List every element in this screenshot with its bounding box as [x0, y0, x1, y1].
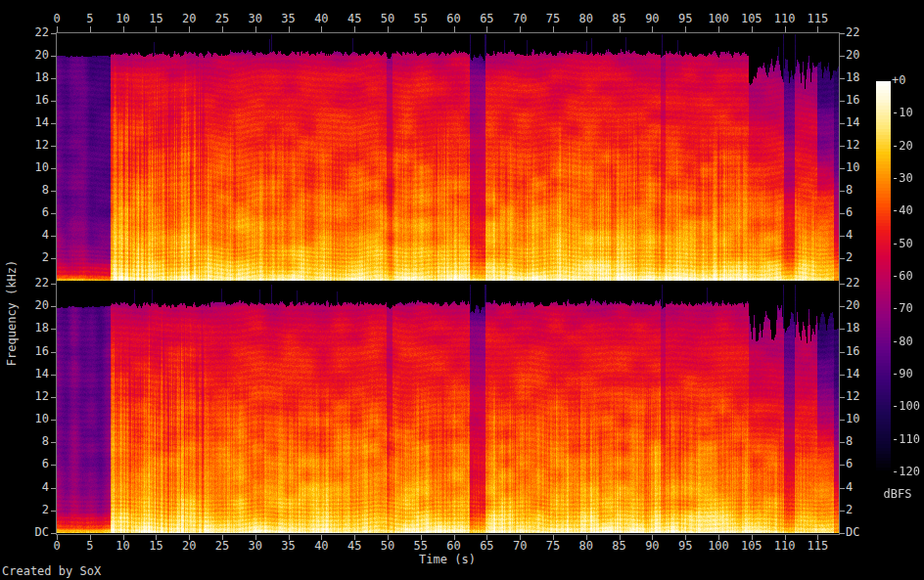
freq-tick-mark-right — [840, 33, 845, 34]
time-tick-mark-top — [454, 26, 455, 32]
time-tick-label-bottom: 115 — [798, 540, 837, 553]
freq-tick-label-right: DC — [846, 526, 881, 539]
time-tick-mark-top — [421, 26, 422, 32]
freq-tick-mark-left — [51, 420, 56, 421]
time-tick-mark-top — [289, 26, 290, 32]
freq-tick-mark-right — [840, 78, 845, 79]
freq-tick-label-left: 16 — [18, 345, 49, 358]
freq-tick-mark-left — [51, 101, 56, 102]
freq-tick-mark-right — [840, 465, 845, 466]
freq-tick-mark-right — [840, 101, 845, 102]
freq-tick-mark-left — [51, 168, 56, 169]
time-tick-mark-top — [222, 26, 223, 32]
time-tick-mark-top — [586, 26, 587, 32]
freq-tick-label-right: 22 — [846, 26, 881, 39]
freq-tick-mark-left — [51, 533, 56, 534]
freq-tick-mark-left — [51, 329, 56, 330]
freq-tick-label-left: 20 — [18, 49, 49, 62]
freq-tick-mark-right — [840, 236, 845, 237]
colorbar-tick-label: -20 — [892, 140, 924, 153]
freq-tick-mark-right — [840, 329, 845, 330]
colorbar-tick-label: -60 — [892, 270, 924, 283]
freq-tick-mark-right — [840, 442, 845, 443]
freq-tick-label-left: 12 — [18, 390, 49, 403]
freq-tick-mark-left — [51, 488, 56, 489]
freq-tick-label-left: 8 — [18, 435, 49, 448]
freq-tick-mark-left — [51, 352, 56, 353]
freq-tick-label-left: 14 — [18, 368, 49, 380]
time-tick-mark-top — [189, 26, 190, 32]
colorbar-gradient — [876, 81, 891, 472]
freq-tick-mark-right — [840, 258, 845, 259]
freq-tick-mark-right — [840, 213, 845, 214]
colorbar-unit-label: dBFS — [876, 488, 919, 501]
freq-tick-mark-right — [840, 56, 845, 57]
freq-tick-label-left: DC — [18, 526, 49, 539]
freq-tick-mark-left — [51, 465, 56, 466]
freq-tick-mark-left — [51, 191, 56, 192]
freq-tick-label-left: 10 — [18, 161, 49, 174]
freq-tick-mark-right — [840, 306, 845, 307]
freq-tick-label-left: 18 — [18, 322, 49, 335]
time-tick-mark-top — [520, 26, 521, 32]
time-tick-mark-top — [354, 26, 355, 32]
y-axis-title: Frequency (kHz) — [6, 166, 19, 460]
freq-tick-label-left: 4 — [18, 481, 49, 494]
sox-spectrogram-figure: 0510152025303540455055606570758085909510… — [0, 0, 924, 580]
created-by-sox-note: Created by SoX — [2, 564, 101, 578]
freq-tick-mark-right — [840, 146, 845, 147]
colorbar-tick-label: -40 — [892, 204, 924, 217]
time-tick-mark-top — [652, 26, 653, 32]
colorbar-tick-label: -10 — [892, 107, 924, 119]
freq-tick-mark-right — [840, 284, 845, 285]
freq-tick-mark-left — [51, 78, 56, 79]
freq-tick-mark-left — [51, 123, 56, 124]
colorbar-tick-label: -90 — [892, 368, 924, 380]
colorbar-tick-label: -80 — [892, 335, 924, 348]
freq-tick-mark-left — [51, 397, 56, 398]
freq-tick-mark-left — [51, 236, 56, 237]
freq-tick-mark-left — [51, 56, 56, 57]
freq-tick-label-left: 16 — [18, 94, 49, 107]
freq-tick-label-left: 12 — [18, 139, 49, 152]
freq-tick-mark-left — [51, 306, 56, 307]
freq-tick-mark-right — [840, 488, 845, 489]
freq-tick-mark-left — [51, 33, 56, 34]
freq-tick-mark-right — [840, 352, 845, 353]
time-tick-mark-top — [57, 26, 58, 32]
freq-tick-label-left: 2 — [18, 251, 49, 264]
colorbar-tick-label: -120 — [892, 466, 924, 478]
spectrogram-panel-channel-1 — [57, 33, 839, 281]
time-tick-mark-top — [90, 26, 91, 32]
freq-tick-label-left: 18 — [18, 71, 49, 84]
freq-tick-label-left: 20 — [18, 299, 49, 312]
freq-tick-mark-right — [840, 123, 845, 124]
time-tick-mark-top — [486, 26, 487, 32]
freq-tick-label-right: 20 — [846, 49, 881, 62]
x-axis-title: Time (s) — [349, 554, 545, 566]
time-tick-mark-top — [620, 26, 621, 32]
colorbar-tick-label: -30 — [892, 172, 924, 185]
freq-tick-mark-left — [51, 258, 56, 259]
freq-tick-mark-right — [840, 375, 845, 376]
freq-tick-mark-left — [51, 511, 56, 512]
freq-tick-mark-left — [51, 146, 56, 147]
freq-tick-label-left: 22 — [18, 26, 49, 39]
freq-tick-mark-right — [840, 533, 845, 534]
time-tick-mark-top — [156, 26, 157, 32]
freq-tick-label-left: 6 — [18, 206, 49, 219]
freq-tick-mark-left — [51, 284, 56, 285]
freq-tick-label-left: 14 — [18, 116, 49, 129]
colorbar-tick-label: -50 — [892, 238, 924, 250]
freq-tick-label-left: 8 — [18, 184, 49, 197]
colorbar-tick-label: -100 — [892, 400, 924, 413]
time-tick-label-top: 115 — [798, 13, 837, 25]
freq-tick-mark-right — [840, 168, 845, 169]
colorbar-tick-label: -70 — [892, 302, 924, 315]
freq-tick-mark-left — [51, 375, 56, 376]
freq-tick-label-left: 6 — [18, 458, 49, 470]
freq-tick-label-left: 2 — [18, 504, 49, 516]
time-tick-mark-top — [255, 26, 256, 32]
freq-tick-mark-right — [840, 191, 845, 192]
freq-tick-mark-left — [51, 442, 56, 443]
